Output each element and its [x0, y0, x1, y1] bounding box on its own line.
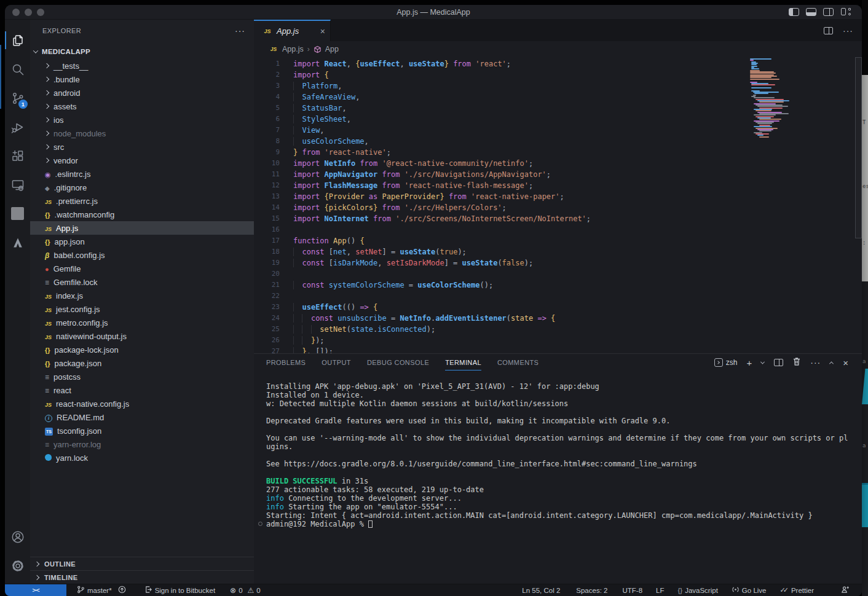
sign-in-bitbucket-item[interactable]: Sign in to Bitbucket: [140, 584, 219, 596]
chevron-right-icon: [44, 77, 49, 82]
problems-item[interactable]: ⊗ 0 ⚠ 0: [226, 584, 265, 596]
encoding-item[interactable]: UTF-8: [618, 584, 647, 596]
remote-indicator[interactable]: ><: [5, 584, 66, 596]
panel-tab-problems[interactable]: PROBLEMS: [266, 354, 306, 371]
line-number: 26: [254, 335, 280, 346]
toggle-panel-icon[interactable]: [806, 8, 816, 16]
folder-src[interactable]: src: [30, 140, 254, 154]
terminal-dropdown-icon[interactable]: [760, 359, 765, 364]
file--watchmanconfig[interactable]: {}.watchmanconfig: [30, 208, 254, 221]
panel-tab-debug-console[interactable]: DEBUG CONSOLE: [367, 354, 429, 371]
activity-remote-explorer-icon[interactable]: [5, 170, 30, 199]
file-jest-config-js[interactable]: JSjest.config.js: [30, 302, 254, 316]
file-package-json[interactable]: {}package.json: [30, 356, 254, 370]
outline-section[interactable]: OUTLINE: [30, 557, 254, 570]
file--prettierrc-js[interactable]: JS.prettierrc.js: [30, 194, 254, 208]
folder-vendor[interactable]: vendor: [30, 154, 254, 167]
file-react[interactable]: ≡react: [30, 383, 254, 397]
folder-node-modules[interactable]: node_modules: [30, 127, 254, 140]
file-postcss[interactable]: ≡postcss: [30, 370, 254, 383]
folder--tests-[interactable]: __tests__: [30, 59, 254, 73]
panel-tab-terminal[interactable]: TERMINAL: [445, 354, 481, 371]
file-yarn-lock[interactable]: yarn.lock: [30, 451, 254, 465]
code-line: 18 const [net, setNet] = useState(true);: [254, 246, 862, 257]
file-nativewind-output-js[interactable]: JSnativewind-output.js: [30, 329, 254, 343]
publish-changes-icon[interactable]: [118, 586, 126, 595]
folder-assets[interactable]: assets: [30, 100, 254, 113]
close-tab-icon[interactable]: ×: [320, 26, 325, 36]
feedback-person-icon[interactable]: [837, 584, 853, 596]
activity-source-control-icon[interactable]: 1: [5, 84, 30, 112]
tab-app-js[interactable]: JS App.js ×: [254, 20, 331, 41]
activity-account-icon[interactable]: [5, 522, 30, 551]
close-window-button[interactable]: [12, 9, 20, 16]
editor-group: JS App.js × ··· JS App.js › App 1im: [254, 20, 862, 584]
panel-more-actions-icon[interactable]: ···: [810, 358, 821, 367]
file-app-js[interactable]: JSApp.js: [30, 221, 254, 235]
file-readme-md[interactable]: iREADME.md: [30, 410, 254, 424]
language-mode-item[interactable]: {} JavaScript: [673, 584, 722, 596]
new-terminal-icon[interactable]: +: [746, 358, 752, 368]
minimize-window-button[interactable]: [25, 9, 32, 16]
item-label: Gemfile: [53, 264, 81, 273]
folder--bundle[interactable]: .bundle: [30, 73, 254, 86]
close-panel-icon[interactable]: ×: [843, 358, 848, 368]
explorer-more-actions-icon[interactable]: ···: [235, 26, 245, 36]
line-number: 23: [254, 302, 280, 313]
file--gitignore[interactable]: ◆.gitignore: [30, 181, 254, 194]
prettier-item[interactable]: ✓✓ Prettier: [775, 584, 818, 596]
file-index-js[interactable]: JSindex.js: [30, 289, 254, 302]
customize-layout-icon[interactable]: [840, 8, 851, 16]
file-app-json[interactable]: {}app.json: [30, 235, 254, 248]
eol-item[interactable]: LF: [652, 584, 668, 596]
activity-extensions-icon[interactable]: [5, 141, 30, 170]
timeline-section[interactable]: TIMELINE: [30, 570, 254, 584]
project-root-folder[interactable]: MEDICALAPP: [30, 45, 254, 58]
file-tsconfig-json[interactable]: TStsconfig.json: [30, 424, 254, 437]
panel-tab-output[interactable]: OUTPUT: [322, 354, 351, 371]
code-text: StatusBar,: [293, 103, 347, 114]
breadcrumb-file[interactable]: App.js: [282, 45, 304, 53]
indentation-item[interactable]: Spaces: 2: [572, 584, 612, 596]
editor-more-actions-icon[interactable]: ···: [843, 26, 853, 36]
file-gemfile[interactable]: ●Gemfile: [30, 262, 254, 275]
code-line: 13import {Provider as PaperProvider} fro…: [254, 191, 862, 202]
item-label: Gemfile.lock: [53, 278, 98, 287]
line-number: 11: [254, 169, 280, 180]
terminal-shell-chip[interactable]: zsh: [714, 358, 738, 367]
split-terminal-icon[interactable]: [774, 359, 783, 366]
background-cyan-block: [862, 483, 868, 527]
code-editor[interactable]: 1import React, {useEffect, useState} fro…: [254, 57, 862, 353]
line-number: 5: [254, 103, 280, 114]
toggle-primary-sidebar-icon[interactable]: [789, 8, 799, 16]
file-gemfile-lock[interactable]: ≡Gemfile.lock: [30, 275, 254, 289]
file-package-lock-json[interactable]: {}package-lock.json: [30, 343, 254, 356]
background-window-dark-area: a a: [862, 281, 868, 596]
terminal-output[interactable]: Installing APK 'app-debug.apk' on 'Pixel…: [254, 371, 862, 584]
activity-settings-gear-icon[interactable]: [5, 551, 30, 580]
cursor-position-item[interactable]: Ln 55, Col 2: [518, 584, 564, 596]
file-yarn-error-log[interactable]: ≡yarn-error.log: [30, 437, 254, 451]
zoom-window-button[interactable]: [37, 9, 44, 16]
folder-ios[interactable]: ios: [30, 113, 254, 127]
editor-scrollbar[interactable]: [855, 57, 862, 238]
maximize-panel-icon[interactable]: [829, 361, 834, 366]
panel-tab-comments[interactable]: COMMENTS: [497, 354, 539, 371]
file-react-native-config-js[interactable]: JSreact-native.config.js: [30, 397, 254, 410]
folder-android[interactable]: android: [30, 86, 254, 100]
breadcrumb-symbol[interactable]: App: [325, 45, 339, 53]
activity-explorer-icon[interactable]: [5, 26, 30, 55]
file-babel-config-js[interactable]: βbabel.config.js: [30, 248, 254, 262]
activity-atlassian-icon[interactable]: [5, 228, 30, 257]
activity-search-icon[interactable]: [5, 55, 30, 84]
toggle-secondary-sidebar-icon[interactable]: [823, 8, 834, 16]
file-metro-config-js[interactable]: JSmetro.config.js: [30, 316, 254, 329]
git-branch-item[interactable]: master*: [73, 584, 130, 596]
symbol-cube-icon: [314, 45, 322, 53]
activity-run-debug-icon[interactable]: [5, 112, 30, 141]
go-live-item[interactable]: Go Live: [727, 584, 771, 596]
file--eslintrc-js[interactable]: ◉.eslintrc.js: [30, 167, 254, 181]
kill-terminal-icon[interactable]: [792, 357, 801, 369]
activity-gray-extension-icon[interactable]: [5, 199, 30, 228]
split-editor-icon[interactable]: [824, 27, 833, 34]
